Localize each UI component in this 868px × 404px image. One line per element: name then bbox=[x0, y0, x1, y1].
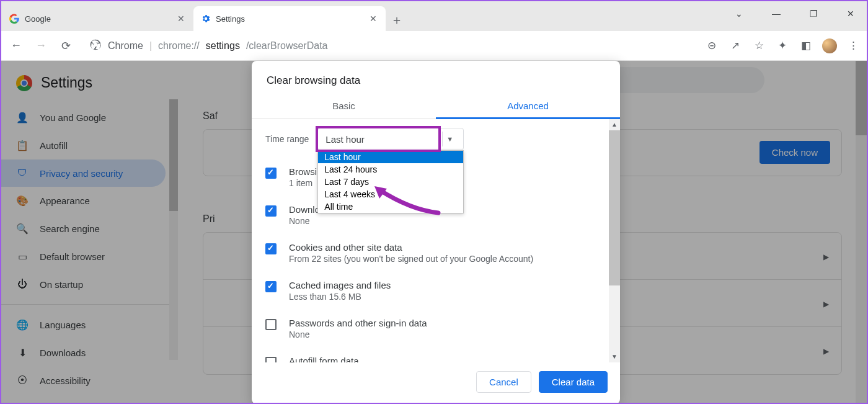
dropdown-option-last-hour[interactable]: Last hour bbox=[318, 151, 463, 163]
time-range-label: Time range bbox=[265, 134, 309, 144]
dropdown-option-last-7-days[interactable]: Last 7 days bbox=[318, 176, 463, 188]
select-value: Last hour bbox=[326, 134, 365, 145]
url-bold: settings bbox=[206, 40, 240, 52]
reload-icon[interactable]: ⟳ bbox=[57, 37, 74, 55]
checkbox[interactable] bbox=[265, 357, 277, 362]
item-title: Cached images and files bbox=[289, 280, 391, 290]
content-area: Settings 👤You and Google 📋Autofill 🛡Priv… bbox=[1, 61, 867, 404]
item-title: Autofill form data bbox=[289, 356, 359, 362]
toolbar-icons: ⊝ ↗ ☆ ✦ ◧ ⋮ bbox=[704, 38, 861, 53]
addressbar-row: ← → ⟳ Chrome | chrome://settings/clearBr… bbox=[1, 31, 867, 61]
profile-avatar[interactable] bbox=[822, 38, 837, 53]
window-controls: ⌄ ― ❐ ✕ bbox=[727, 1, 863, 26]
google-g-icon bbox=[9, 13, 20, 24]
time-range-dropdown: Last hour Last 24 hours Last 7 days Last… bbox=[317, 150, 464, 213]
scroll-up-arrow-icon[interactable]: ▲ bbox=[609, 119, 620, 130]
item-subtitle: None bbox=[289, 330, 427, 339]
cancel-button[interactable]: Cancel bbox=[476, 371, 531, 393]
browser-titlebar: Google ✕ Settings ✕ ＋ ⌄ ― ❐ ✕ bbox=[1, 1, 867, 31]
tab-google[interactable]: Google ✕ bbox=[1, 6, 193, 31]
tab-advanced[interactable]: Advanced bbox=[436, 93, 620, 119]
clear-item-cached-images: Cached images and files Less than 15.6 M… bbox=[262, 275, 610, 313]
clear-item-autofill: Autofill form data bbox=[262, 351, 610, 362]
scrollbar-thumb[interactable] bbox=[609, 130, 620, 285]
tab-title: Settings bbox=[216, 14, 245, 24]
close-icon[interactable]: ✕ bbox=[176, 14, 186, 24]
chevron-down-icon[interactable]: ⌄ bbox=[727, 9, 751, 19]
time-range-select-wrap: Last hour ▼ Last hour Last 24 hours Last… bbox=[317, 128, 464, 150]
gear-icon bbox=[201, 14, 211, 24]
time-range-row: Time range Last hour ▼ Last hour Last 24… bbox=[262, 128, 610, 150]
clear-item-cookies: Cookies and other site data From 22 site… bbox=[262, 237, 610, 275]
bookmark-star-icon[interactable]: ☆ bbox=[751, 38, 766, 53]
close-window-icon[interactable]: ✕ bbox=[838, 9, 863, 19]
tab-basic[interactable]: Basic bbox=[252, 93, 436, 119]
dialog-tabs: Basic Advanced bbox=[252, 93, 620, 119]
item-subtitle: None bbox=[289, 216, 320, 226]
menu-dots-icon[interactable]: ⋮ bbox=[846, 38, 861, 53]
dialog-scrollbar[interactable]: ▲ ▼ bbox=[609, 119, 620, 362]
clear-item-passwords: Passwords and other sign-in data None bbox=[262, 313, 610, 351]
checkbox[interactable] bbox=[265, 319, 277, 330]
chrome-label: Chrome bbox=[108, 40, 143, 52]
time-range-select[interactable]: Last hour ▼ bbox=[317, 128, 464, 150]
new-tab-button[interactable]: ＋ bbox=[386, 9, 408, 31]
clear-browsing-data-dialog: Clear browsing data Basic Advanced Time … bbox=[252, 61, 620, 404]
zoom-icon[interactable]: ⊝ bbox=[704, 38, 719, 53]
dialog-title: Clear browsing data bbox=[252, 61, 620, 93]
checkbox[interactable] bbox=[265, 205, 277, 217]
checkbox[interactable] bbox=[265, 281, 277, 292]
item-subtitle: 1 item bbox=[289, 178, 317, 188]
item-title: Passwords and other sign-in data bbox=[289, 318, 427, 328]
dropdown-option-last-24-hours[interactable]: Last 24 hours bbox=[318, 163, 463, 176]
addressbar[interactable]: Chrome | chrome://settings/clearBrowserD… bbox=[82, 35, 697, 56]
checkbox[interactable] bbox=[265, 168, 277, 179]
scroll-down-arrow-icon[interactable]: ▼ bbox=[609, 351, 620, 362]
back-icon[interactable]: ← bbox=[7, 37, 25, 55]
clear-data-button[interactable]: Clear data bbox=[539, 371, 608, 393]
sidepanel-icon[interactable]: ◧ bbox=[799, 38, 813, 53]
chevron-down-icon[interactable]: ▼ bbox=[442, 132, 457, 146]
tab-title: Google bbox=[25, 14, 51, 24]
maximize-icon[interactable]: ❐ bbox=[801, 9, 826, 19]
tab-settings[interactable]: Settings ✕ bbox=[193, 6, 386, 31]
close-icon[interactable]: ✕ bbox=[368, 14, 378, 24]
dialog-footer: Cancel Clear data bbox=[252, 362, 620, 404]
item-title: Browsi bbox=[289, 166, 317, 177]
item-subtitle: Less than 15.6 MB bbox=[289, 292, 391, 302]
item-subtitle: From 22 sites (you won't be signed out o… bbox=[289, 254, 533, 264]
checkbox[interactable] bbox=[265, 243, 277, 254]
forward-icon[interactable]: → bbox=[32, 37, 50, 55]
chrome-logo-icon bbox=[89, 38, 102, 53]
minimize-icon[interactable]: ― bbox=[764, 9, 789, 19]
extensions-icon[interactable]: ✦ bbox=[775, 38, 790, 53]
url-suffix: /clearBrowserData bbox=[246, 40, 328, 52]
dialog-body: Time range Last hour ▼ Last hour Last 24… bbox=[252, 119, 620, 362]
dropdown-option-last-4-weeks[interactable]: Last 4 weeks bbox=[318, 188, 463, 200]
item-title: Cookies and other site data bbox=[289, 242, 533, 253]
item-title: Downlo bbox=[289, 204, 320, 215]
share-icon[interactable]: ↗ bbox=[728, 38, 743, 53]
dropdown-option-all-time[interactable]: All time bbox=[318, 200, 463, 213]
url-prefix: chrome:// bbox=[158, 40, 200, 52]
